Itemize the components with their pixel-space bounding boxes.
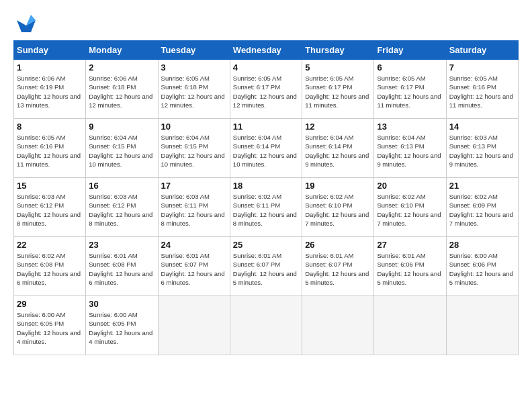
calendar-cell: 26Sunrise: 6:01 AM Sunset: 6:07 PM Dayli…	[302, 237, 374, 296]
calendar-cell: 27Sunrise: 6:01 AM Sunset: 6:06 PM Dayli…	[374, 237, 446, 296]
day-number: 28	[449, 240, 515, 250]
day-info: Sunrise: 6:04 AM Sunset: 6:15 PM Dayligh…	[161, 133, 227, 169]
calendar-week-row: 15Sunrise: 6:03 AM Sunset: 6:12 PM Dayli…	[14, 178, 519, 237]
calendar-cell	[158, 296, 230, 355]
calendar-cell: 24Sunrise: 6:01 AM Sunset: 6:07 PM Dayli…	[158, 237, 230, 296]
day-number: 19	[305, 181, 371, 191]
calendar-cell	[302, 296, 374, 355]
day-info: Sunrise: 6:01 AM Sunset: 6:06 PM Dayligh…	[377, 251, 443, 287]
calendar-cell: 13Sunrise: 6:04 AM Sunset: 6:13 PM Dayli…	[374, 119, 446, 178]
day-info: Sunrise: 6:05 AM Sunset: 6:16 PM Dayligh…	[449, 74, 515, 109]
day-number: 15	[17, 181, 83, 191]
day-info: Sunrise: 6:03 AM Sunset: 6:13 PM Dayligh…	[449, 133, 515, 169]
day-number: 21	[449, 181, 515, 191]
calendar-cell: 14Sunrise: 6:03 AM Sunset: 6:13 PM Dayli…	[446, 119, 518, 178]
day-info: Sunrise: 6:03 AM Sunset: 6:11 PM Dayligh…	[161, 192, 227, 228]
day-info: Sunrise: 6:01 AM Sunset: 6:07 PM Dayligh…	[161, 251, 227, 287]
day-number: 10	[161, 122, 227, 132]
day-info: Sunrise: 6:04 AM Sunset: 6:13 PM Dayligh…	[377, 133, 443, 169]
day-number: 6	[377, 62, 443, 73]
day-info: Sunrise: 6:03 AM Sunset: 6:12 PM Dayligh…	[17, 192, 83, 228]
calendar-cell	[374, 296, 446, 355]
day-info: Sunrise: 6:00 AM Sunset: 6:05 PM Dayligh…	[89, 310, 154, 346]
page: SundayMondayTuesdayWednesdayThursdayFrid…	[0, 0, 532, 362]
day-number: 13	[377, 122, 443, 132]
calendar-cell: 3Sunrise: 6:05 AM Sunset: 6:18 PM Daylig…	[158, 60, 230, 119]
day-number: 9	[89, 122, 154, 132]
day-number: 30	[89, 299, 154, 309]
day-info: Sunrise: 6:02 AM Sunset: 6:10 PM Dayligh…	[305, 192, 371, 228]
day-of-week-header: Sunday	[14, 41, 86, 60]
calendar-cell: 20Sunrise: 6:02 AM Sunset: 6:10 PM Dayli…	[374, 178, 446, 237]
calendar-cell	[230, 296, 302, 355]
day-of-week-header: Monday	[86, 41, 158, 60]
day-number: 27	[377, 240, 443, 250]
day-info: Sunrise: 6:02 AM Sunset: 6:08 PM Dayligh…	[17, 251, 83, 287]
day-number: 16	[89, 181, 154, 191]
day-info: Sunrise: 6:00 AM Sunset: 6:05 PM Dayligh…	[17, 310, 83, 346]
day-number: 5	[305, 62, 371, 73]
calendar-cell: 5Sunrise: 6:05 AM Sunset: 6:17 PM Daylig…	[302, 60, 374, 119]
day-info: Sunrise: 6:05 AM Sunset: 6:16 PM Dayligh…	[17, 133, 83, 169]
day-number: 3	[161, 62, 227, 73]
calendar-cell: 22Sunrise: 6:02 AM Sunset: 6:08 PM Dayli…	[14, 237, 86, 296]
day-number: 2	[89, 62, 154, 73]
day-info: Sunrise: 6:01 AM Sunset: 6:07 PM Dayligh…	[305, 251, 371, 287]
calendar-cell: 28Sunrise: 6:00 AM Sunset: 6:06 PM Dayli…	[446, 237, 518, 296]
header	[13, 13, 519, 34]
day-number: 12	[305, 122, 371, 132]
day-info: Sunrise: 6:04 AM Sunset: 6:14 PM Dayligh…	[233, 133, 299, 169]
calendar-table: SundayMondayTuesdayWednesdayThursdayFrid…	[13, 40, 519, 355]
day-of-week-header: Tuesday	[158, 41, 230, 60]
day-number: 8	[17, 122, 83, 132]
day-number: 29	[17, 299, 83, 309]
calendar-cell: 8Sunrise: 6:05 AM Sunset: 6:16 PM Daylig…	[14, 119, 86, 178]
day-number: 14	[449, 122, 515, 132]
logo-icon	[16, 13, 36, 34]
day-info: Sunrise: 6:05 AM Sunset: 6:17 PM Dayligh…	[377, 74, 443, 109]
day-info: Sunrise: 6:01 AM Sunset: 6:08 PM Dayligh…	[89, 251, 154, 287]
day-number: 4	[233, 62, 299, 73]
day-info: Sunrise: 6:05 AM Sunset: 6:18 PM Dayligh…	[161, 74, 227, 109]
day-info: Sunrise: 6:05 AM Sunset: 6:17 PM Dayligh…	[305, 74, 371, 109]
calendar-cell: 10Sunrise: 6:04 AM Sunset: 6:15 PM Dayli…	[158, 119, 230, 178]
calendar-week-row: 29Sunrise: 6:00 AM Sunset: 6:05 PM Dayli…	[14, 296, 519, 355]
day-number: 20	[377, 181, 443, 191]
day-info: Sunrise: 6:05 AM Sunset: 6:17 PM Dayligh…	[233, 74, 299, 109]
calendar-header-row: SundayMondayTuesdayWednesdayThursdayFrid…	[14, 41, 519, 60]
calendar-cell	[446, 296, 518, 355]
day-of-week-header: Wednesday	[230, 41, 302, 60]
day-number: 7	[449, 62, 515, 73]
day-number: 17	[161, 181, 227, 191]
calendar-cell: 18Sunrise: 6:02 AM Sunset: 6:11 PM Dayli…	[230, 178, 302, 237]
calendar-cell: 29Sunrise: 6:00 AM Sunset: 6:05 PM Dayli…	[14, 296, 86, 355]
calendar-cell: 12Sunrise: 6:04 AM Sunset: 6:14 PM Dayli…	[302, 119, 374, 178]
day-of-week-header: Saturday	[446, 41, 518, 60]
calendar-cell: 1Sunrise: 6:06 AM Sunset: 6:19 PM Daylig…	[14, 60, 86, 119]
calendar-week-row: 8Sunrise: 6:05 AM Sunset: 6:16 PM Daylig…	[14, 119, 519, 178]
calendar-cell: 25Sunrise: 6:01 AM Sunset: 6:07 PM Dayli…	[230, 237, 302, 296]
day-info: Sunrise: 6:04 AM Sunset: 6:14 PM Dayligh…	[305, 133, 371, 169]
calendar-cell: 23Sunrise: 6:01 AM Sunset: 6:08 PM Dayli…	[86, 237, 158, 296]
day-info: Sunrise: 6:00 AM Sunset: 6:06 PM Dayligh…	[449, 251, 515, 287]
calendar-cell: 7Sunrise: 6:05 AM Sunset: 6:16 PM Daylig…	[446, 60, 518, 119]
day-number: 26	[305, 240, 371, 250]
calendar-cell: 17Sunrise: 6:03 AM Sunset: 6:11 PM Dayli…	[158, 178, 230, 237]
svg-marker-0	[17, 20, 36, 32]
calendar-cell: 19Sunrise: 6:02 AM Sunset: 6:10 PM Dayli…	[302, 178, 374, 237]
calendar-week-row: 22Sunrise: 6:02 AM Sunset: 6:08 PM Dayli…	[14, 237, 519, 296]
calendar-cell: 9Sunrise: 6:04 AM Sunset: 6:15 PM Daylig…	[86, 119, 158, 178]
day-info: Sunrise: 6:02 AM Sunset: 6:11 PM Dayligh…	[233, 192, 299, 228]
calendar-cell: 2Sunrise: 6:06 AM Sunset: 6:18 PM Daylig…	[86, 60, 158, 119]
calendar-cell: 30Sunrise: 6:00 AM Sunset: 6:05 PM Dayli…	[86, 296, 158, 355]
day-number: 24	[161, 240, 227, 250]
day-info: Sunrise: 6:02 AM Sunset: 6:10 PM Dayligh…	[377, 192, 443, 228]
day-number: 18	[233, 181, 299, 191]
calendar-cell: 15Sunrise: 6:03 AM Sunset: 6:12 PM Dayli…	[14, 178, 86, 237]
calendar-week-row: 1Sunrise: 6:06 AM Sunset: 6:19 PM Daylig…	[14, 60, 519, 119]
calendar-cell: 6Sunrise: 6:05 AM Sunset: 6:17 PM Daylig…	[374, 60, 446, 119]
day-info: Sunrise: 6:01 AM Sunset: 6:07 PM Dayligh…	[233, 251, 299, 287]
day-number: 11	[233, 122, 299, 132]
day-info: Sunrise: 6:03 AM Sunset: 6:12 PM Dayligh…	[89, 192, 154, 228]
day-info: Sunrise: 6:06 AM Sunset: 6:19 PM Dayligh…	[17, 74, 83, 109]
